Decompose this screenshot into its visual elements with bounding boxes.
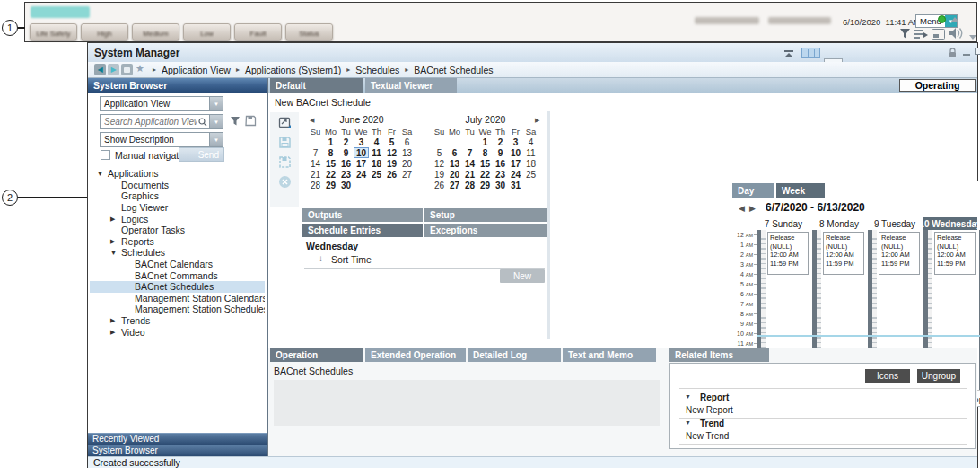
tree-item-graphics[interactable]: Graphics — [90, 190, 265, 202]
tree-item-operator-tasks[interactable]: Operator Tasks — [90, 225, 265, 236]
calendar-day-cell[interactable]: 20 — [447, 169, 462, 180]
tab-week[interactable]: Week — [776, 183, 825, 198]
calendar-day-cell[interactable]: 11 — [369, 147, 384, 158]
filter-icon[interactable] — [899, 28, 911, 40]
breadcrumb-item[interactable]: Application View — [162, 65, 231, 75]
system-browser-bar[interactable]: System Browser — [88, 445, 267, 456]
tree-item-bacnet-schedules[interactable]: BACnet Schedules — [90, 281, 265, 293]
calendar-day-cell[interactable]: 28 — [308, 180, 323, 190]
tree-item-bacnet-calendars[interactable]: BACnet Calendars — [90, 259, 265, 270]
sort-down-icon[interactable]: ↓ — [319, 253, 323, 263]
tab-extended-operation[interactable]: Extended Operation — [365, 348, 466, 362]
tree-filter-icon[interactable] — [230, 116, 241, 127]
calendar-day-cell[interactable]: 14 — [308, 158, 323, 169]
breadcrumb-item[interactable]: Applications (System1) — [245, 65, 341, 75]
manual-navigation-checkbox[interactable] — [101, 150, 110, 160]
calendar-day-cell[interactable]: 29 — [477, 180, 493, 190]
schedule-event[interactable]: Release(NULL)12:00 AM11:59 PM — [767, 232, 809, 275]
week-day-header[interactable]: 9 Tuesday — [868, 217, 922, 230]
breadcrumb-item[interactable]: Schedules — [355, 65, 399, 75]
calendar-day-cell[interactable]: 16 — [338, 158, 354, 169]
calendar-day-cell[interactable]: 7 — [462, 147, 477, 158]
calendar-day-cell[interactable]: 19 — [432, 169, 447, 180]
collapsed-arrow-icon[interactable]: ▶ — [110, 329, 121, 336]
week-day-header[interactable]: 7 Sunday — [757, 217, 810, 230]
collapsed-arrow-icon[interactable]: ▶ — [110, 216, 121, 223]
save-as-icon[interactable] — [278, 155, 292, 169]
back-icon[interactable]: ◀ — [94, 64, 106, 75]
related-item-link[interactable]: New Report — [686, 405, 733, 415]
calendar-day-cell[interactable]: 6 — [399, 137, 415, 147]
calendar-day-cell[interactable]: 30 — [338, 180, 354, 190]
tab-day[interactable]: Day — [732, 183, 774, 198]
calendar-day-cell[interactable]: 10 — [354, 147, 369, 158]
calendar-day-cell[interactable]: 23 — [338, 169, 354, 180]
search-input[interactable] — [101, 116, 198, 128]
tab-setup[interactable]: Setup — [424, 208, 547, 222]
calendar-day-cell[interactable]: 1 — [477, 137, 493, 147]
tab-default[interactable]: Default — [270, 78, 363, 93]
calendar-day-cell[interactable]: 25 — [369, 169, 384, 180]
calendar-day-cell[interactable]: 10 — [508, 147, 523, 158]
sort-time-label[interactable]: Sort Time — [331, 254, 372, 265]
calendar-day-cell[interactable]: 21 — [308, 169, 323, 180]
forward-icon[interactable]: ▶ — [108, 64, 119, 75]
tree-item-schedules[interactable]: ▼Schedules — [90, 247, 265, 259]
properties-icon[interactable] — [278, 116, 292, 129]
calendar-day-cell[interactable]: 13 — [447, 158, 462, 169]
calendar-day-cell[interactable]: 17 — [354, 158, 369, 169]
calendar-day-cell[interactable]: 7 — [308, 147, 323, 158]
speaker-icon[interactable] — [949, 27, 964, 40]
calendar-day-cell[interactable]: 31 — [508, 180, 523, 190]
delete-icon[interactable] — [278, 175, 292, 189]
calendar-day-cell[interactable]: 12 — [384, 147, 399, 158]
operating-mode-button[interactable]: Operating — [899, 79, 976, 92]
calendar-day-cell[interactable]: 24 — [508, 169, 523, 180]
collapse-summary-icon[interactable] — [950, 17, 959, 22]
week-day-header[interactable]: 10 Wednesday — [923, 217, 977, 230]
tab-text-and-memo[interactable]: Text and Memo — [563, 348, 656, 362]
expanded-arrow-icon[interactable]: ▼ — [97, 171, 108, 177]
summary-button-fault[interactable]: Fault — [234, 23, 282, 40]
calendar-day-cell[interactable]: 26 — [384, 169, 399, 180]
calendar-day-cell[interactable]: 4 — [523, 137, 538, 147]
calendar-day-cell[interactable]: 22 — [323, 169, 338, 180]
send-button[interactable]: Send — [179, 147, 224, 162]
icons-button[interactable]: Icons — [865, 369, 910, 383]
calendar-day-cell[interactable]: 8 — [477, 147, 493, 158]
week-day-header[interactable]: 8 Monday — [812, 217, 866, 230]
calendar-next-icon[interactable]: ▶ — [535, 117, 539, 124]
calendar-day-cell[interactable]: 14 — [462, 158, 477, 169]
calendar-day-cell[interactable]: 9 — [338, 147, 354, 158]
tree-item-management-station-calendars[interactable]: Management Station Calendars — [90, 293, 265, 304]
calendar-day-cell[interactable]: 3 — [508, 137, 523, 147]
calendar-day-cell[interactable]: 1 — [323, 137, 338, 147]
calendar-day-cell[interactable]: 23 — [493, 169, 508, 180]
breadcrumb-item[interactable]: BACnet Schedules — [414, 65, 493, 75]
search-icon[interactable] — [198, 118, 207, 127]
editor-splitter[interactable] — [547, 111, 550, 339]
calendar-day-cell[interactable]: 5 — [432, 147, 447, 158]
calendar-day-cell[interactable]: 12 — [432, 158, 447, 169]
calendar-day-cell[interactable]: 11 — [523, 147, 538, 158]
tree-item-trends[interactable]: ▶Trends — [90, 315, 265, 327]
calendar-day-cell[interactable]: 26 — [432, 180, 447, 190]
calendar-day-cell[interactable]: 21 — [462, 169, 477, 180]
chevron-down-icon[interactable]: ▼ — [209, 133, 223, 146]
tree-item-documents[interactable]: Documents — [90, 180, 265, 191]
calendar-day-cell[interactable]: 17 — [508, 158, 523, 169]
calendar-day-cell[interactable]: 19 — [384, 158, 399, 169]
tab-operation[interactable]: Operation — [270, 348, 363, 362]
collapsed-arrow-icon[interactable]: ▶ — [110, 238, 121, 245]
description-selector-dropdown[interactable]: Show Description ▼ — [100, 132, 223, 147]
tree-item-log-viewer[interactable]: Log Viewer — [90, 202, 265, 214]
calendar-day-cell[interactable]: 20 — [399, 158, 415, 169]
calendar-day-cell[interactable]: 15 — [477, 158, 493, 169]
expanded-arrow-icon[interactable]: ▼ — [685, 393, 691, 400]
search-box[interactable]: ▼ — [100, 114, 223, 129]
calendar-day-cell[interactable]: 27 — [399, 169, 415, 180]
related-items-header[interactable]: Related Items — [669, 348, 769, 362]
collapsed-arrow-icon[interactable]: ▶ — [110, 317, 121, 324]
calendar-day-cell[interactable]: 2 — [338, 137, 354, 147]
calendar-day-cell[interactable]: 18 — [523, 158, 538, 169]
